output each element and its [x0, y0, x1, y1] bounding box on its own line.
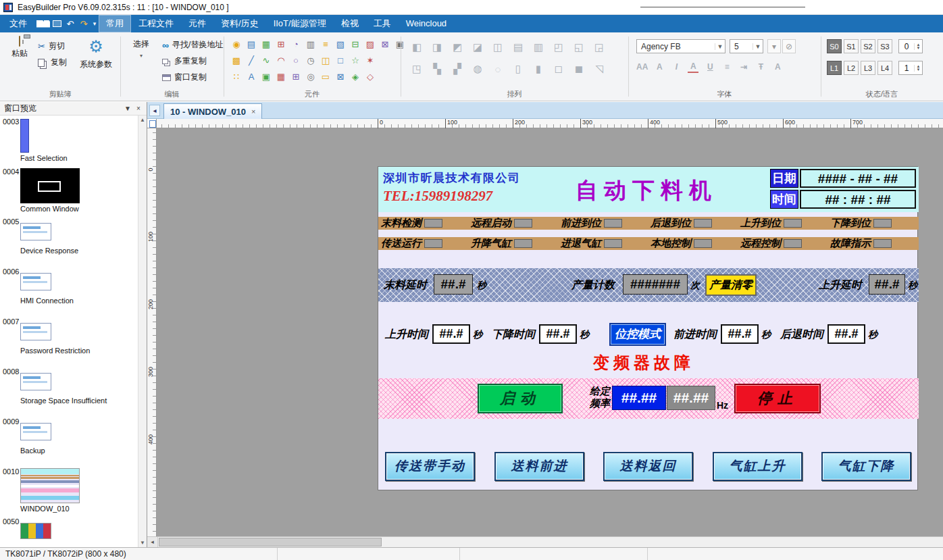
position-mode-button[interactable]: 位控模式 [609, 323, 666, 346]
font-color-icon[interactable]: A [688, 61, 698, 73]
distribute-icon[interactable]: ▯ [511, 62, 525, 76]
status-cell[interactable]: 前进到位 [561, 218, 622, 229]
state-button-s0[interactable]: S0 [827, 39, 842, 53]
status-cell[interactable]: 升降气缸 [471, 238, 532, 249]
window-thumbnail[interactable] [20, 273, 51, 290]
language-button-l2[interactable]: L2 [844, 61, 859, 75]
feed-delay-value[interactable]: ##.# [434, 274, 473, 295]
indicator-lamp[interactable] [784, 239, 802, 248]
font-clear-icon[interactable]: ⊘ [782, 39, 796, 53]
set-frequency-value[interactable]: ##.## [612, 386, 666, 410]
window-thumbnail[interactable] [20, 223, 51, 240]
window-preview-item[interactable]: 0006 HMI Connection [0, 265, 138, 315]
element-icon[interactable]: ▥ [305, 38, 317, 50]
window-thumbnail[interactable] [20, 323, 51, 340]
strikethrough-icon[interactable]: Ŧ [755, 61, 766, 73]
status-cell[interactable]: 传送运行 [381, 238, 442, 249]
window-thumbnail[interactable] [20, 119, 29, 153]
element-icon[interactable]: ◔ [290, 38, 302, 50]
actual-frequency-value[interactable]: ##.## [667, 386, 715, 410]
font-style-icon[interactable]: ▾ [767, 39, 781, 53]
output-count-label[interactable]: 产量计数 [571, 278, 615, 292]
state-button-s2[interactable]: S2 [861, 39, 875, 53]
element-icon[interactable]: ▩ [230, 54, 243, 66]
indicator-lamp[interactable] [514, 219, 532, 228]
tab-weincloud[interactable]: Weincloud [399, 15, 454, 32]
system-parameters-button[interactable]: ⚙ 系统参数 [77, 36, 115, 70]
element-icon[interactable]: ∿ [260, 54, 272, 66]
date-display[interactable]: #### - ## - ## [800, 169, 916, 188]
state-button-s3[interactable]: S3 [877, 39, 892, 53]
indicator-lamp[interactable] [514, 239, 532, 248]
window-preview-item[interactable]: 0004 Common Window [0, 166, 138, 215]
rise-time-value[interactable]: ##.# [432, 324, 470, 344]
status-cell[interactable]: 末料检测 [381, 218, 442, 229]
element-icon[interactable]: ▣ [260, 70, 272, 82]
language-button-l3[interactable]: L3 [861, 61, 875, 75]
forward-time-label[interactable]: 前进时间 [673, 328, 717, 342]
chevron-down-icon[interactable]: ▼ [715, 43, 725, 50]
tab-iiot-energy[interactable]: IIoT/能源管理 [266, 15, 334, 32]
font-family-select[interactable]: Agency FB ▼ [636, 39, 725, 53]
scroll-down-icon[interactable]: ▼ [138, 540, 147, 546]
time-display[interactable]: ## : ## : ## [800, 190, 916, 209]
document-tab[interactable]: 10 - WINDOW_010 × [163, 103, 262, 119]
element-icon[interactable]: ◷ [305, 54, 317, 66]
start-button[interactable]: 启动 [478, 384, 563, 413]
align-icon[interactable]: ▤ [511, 41, 525, 54]
element-icon[interactable]: ◇ [364, 70, 376, 82]
window-preview-item[interactable]: 0007 Password Restriction [0, 315, 138, 365]
window-preview-item[interactable]: 0010 WINDOW_010 [0, 465, 138, 515]
indicator-lamp[interactable] [784, 219, 802, 228]
state-button-s1[interactable]: S1 [844, 39, 859, 53]
fall-time-value[interactable]: ##.# [539, 324, 577, 344]
align-icon[interactable]: ◪ [471, 41, 484, 54]
scrollbar-thumb[interactable] [159, 538, 382, 546]
align-icon[interactable]: ◱ [572, 41, 586, 54]
distribute-icon[interactable]: ◳ [410, 62, 424, 76]
element-icon[interactable]: ⊠ [379, 38, 391, 50]
window-preview-item[interactable]: 0008 Storage Space Insufficient [0, 365, 138, 415]
rise-delay-label[interactable]: 上升延时 [819, 278, 862, 292]
scroll-left-icon[interactable]: ◂ [147, 537, 158, 547]
spinner-down-icon[interactable]: ▼ [917, 68, 921, 72]
feed-delay-label[interactable]: 末料延时 [384, 278, 427, 292]
tab-view[interactable]: 检视 [334, 15, 366, 32]
backward-time-value[interactable]: ##.# [827, 324, 865, 344]
align-icon[interactable]: ◫ [491, 41, 505, 54]
cylinder-down-button[interactable]: 气缸下降 [821, 452, 911, 481]
element-icon[interactable]: ☆ [349, 54, 361, 66]
element-icon[interactable]: ⊞ [290, 70, 302, 82]
rise-delay-value[interactable]: ##.# [869, 274, 905, 295]
tab-data-history[interactable]: 资料/历史 [213, 15, 266, 32]
element-icon[interactable]: ⊞ [275, 38, 287, 50]
window-preview-item[interactable]: 0009 Backup [0, 415, 138, 465]
distribute-icon[interactable]: ◌ [491, 62, 505, 76]
tab-tool[interactable]: 工具 [366, 15, 399, 32]
indicator-lamp[interactable] [873, 219, 892, 228]
status-cell[interactable]: 本地控制 [651, 238, 712, 249]
select-button[interactable]: 选择 ▾ [126, 36, 157, 59]
forward-time-value[interactable]: ##.# [721, 324, 759, 344]
feed-return-button[interactable]: 送料返回 [603, 452, 693, 481]
inverter-fault-text[interactable]: 变频器故障 [593, 352, 694, 374]
scroll-up-icon[interactable]: ▲ [138, 117, 147, 123]
telephone-text[interactable]: TEL:15989198297 [383, 188, 492, 205]
element-icon[interactable]: ▣ [394, 38, 406, 50]
rise-time-label[interactable]: 上升时间 [385, 328, 428, 342]
window-thumbnail[interactable] [20, 423, 51, 440]
language-button-l1[interactable]: L1 [827, 61, 842, 75]
company-name-text[interactable]: 深圳市昕晨技术有限公司 [383, 170, 521, 186]
file-menu[interactable]: 文件 [0, 15, 36, 32]
simulation-icon[interactable] [50, 15, 63, 32]
element-icon[interactable]: ◉ [230, 38, 243, 50]
element-icon[interactable]: A [245, 70, 257, 82]
select-dropdown-icon[interactable]: ▾ [140, 53, 143, 59]
panel-scrollbar[interactable]: ▲ ▼ [138, 116, 147, 547]
italic-icon[interactable]: I [671, 61, 682, 73]
window-thumbnail[interactable] [20, 373, 51, 390]
language-spinner[interactable]: 1 ▲▼ [898, 61, 923, 75]
find-replace-button[interactable]: ∞ 寻找/替换地址 [162, 39, 223, 51]
state-spinner[interactable]: 0 ▲▼ [898, 39, 923, 53]
indicator-lamp[interactable] [424, 219, 442, 228]
